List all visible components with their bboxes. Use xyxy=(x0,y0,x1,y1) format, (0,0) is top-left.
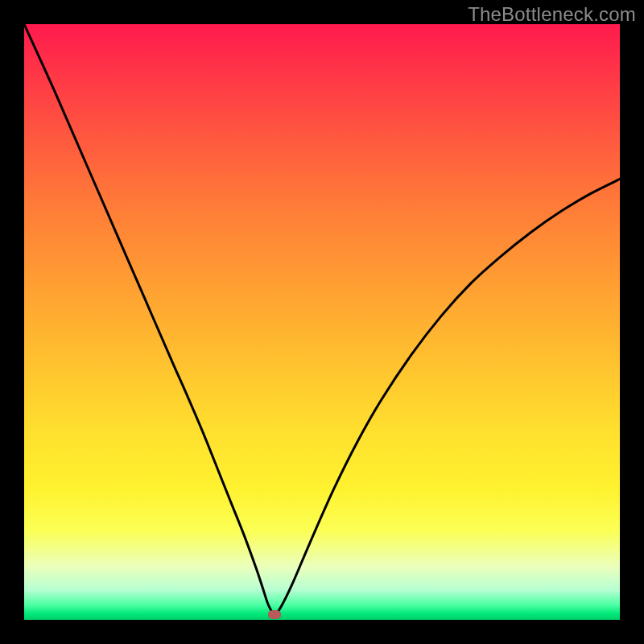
chart-frame: TheBottleneck.com xyxy=(0,0,644,644)
minimum-marker xyxy=(268,610,281,619)
watermark-text: TheBottleneck.com xyxy=(468,3,636,26)
curve-svg xyxy=(24,24,620,620)
bottleneck-curve xyxy=(24,24,620,614)
plot-area xyxy=(24,24,620,620)
